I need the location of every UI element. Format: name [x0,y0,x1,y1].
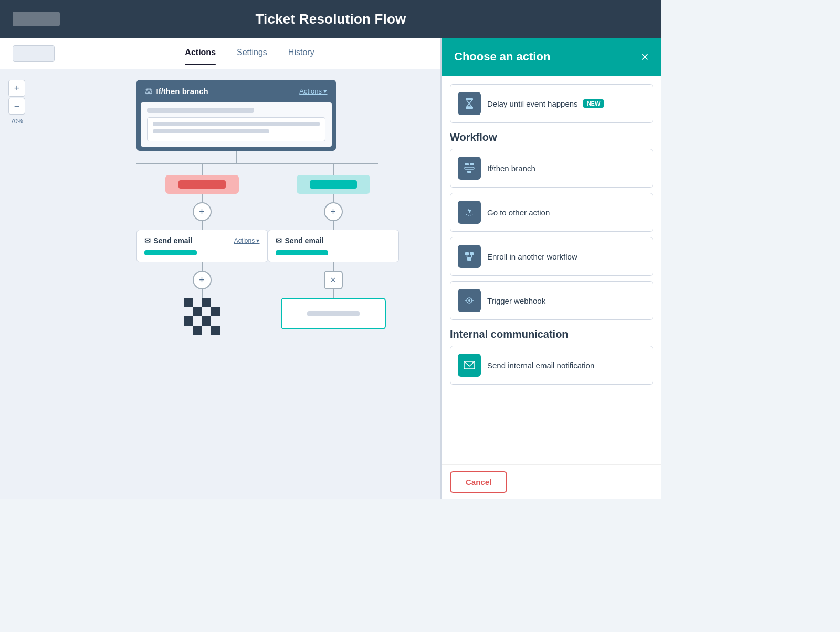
branch-col-right: + ✉ Send email [268,164,399,329]
branch-inner-line-1 [153,122,320,126]
right-panel: Choose an action × Delay until event hap… [441,38,662,499]
ifthen-action-item[interactable]: If/then branch [450,149,653,188]
input-node-bar [307,311,360,316]
left-panel: Actions Settings History + − 70% ⚖ [0,38,441,499]
internal-email-icon [463,359,476,371]
goto-icon [463,206,476,219]
branch-pair: + ✉ Send email Actions ▾ [116,164,357,335]
input-node[interactable] [281,298,386,329]
top-header: Ticket Resolution Flow [0,0,662,38]
branch-inner-line-2 [153,129,270,133]
branch-node-title: ⚖ If/then branch [145,86,208,96]
enroll-icon-box [458,245,481,268]
connector-left-v2 [202,194,203,202]
zoom-in-button[interactable]: + [8,80,25,97]
goto-action-item[interactable]: Go to other action [450,193,653,232]
zoom-label: 70% [10,118,23,125]
connector-left-v3 [202,221,203,230]
enroll-icon [463,250,476,263]
tab-actions[interactable]: Actions [185,48,216,59]
branch-line-group [147,117,326,141]
branch-node-body [141,102,332,147]
connector-right-v5 [333,289,334,298]
h-split-line [136,163,378,164]
connector-left-v4 [202,262,203,271]
new-badge: NEW [583,99,604,108]
goto-icon-box [458,201,481,224]
right-panel-header: Choose an action × [442,38,662,76]
send-email-actions-btn-left[interactable]: Actions ▾ [234,237,260,244]
enroll-action-label: Enroll in another workflow [487,252,578,261]
canvas-area: + − 70% ⚖ If/then branch Actions ▾ [0,69,440,499]
zoom-out-button[interactable]: − [8,98,25,115]
placeholder-button[interactable] [13,45,55,62]
connector-v1 [236,151,237,163]
cancel-node[interactable]: × [324,271,343,289]
email-bar-left [144,250,197,255]
zoom-controls: + − 70% [8,80,25,125]
delay-action-label: Delay until event happens [487,99,578,108]
svg-rect-6 [465,252,469,255]
send-email-node-right[interactable]: ✉ Send email [268,230,399,262]
connector-right-v3 [333,221,334,230]
tabs-group: Actions Settings History [185,48,314,59]
workflow-section-label: Workflow [450,131,653,143]
cancel-action-button[interactable]: Cancel [450,471,507,493]
goto-action-label: Go to other action [487,208,550,217]
svg-rect-13 [468,299,470,302]
internal-email-icon-box [458,354,481,377]
send-email-header-left: ✉ Send email Actions ▾ [144,236,260,245]
hourglass-icon [463,97,476,110]
workflow-canvas: ⚖ If/then branch Actions ▾ [32,69,440,499]
right-panel-footer: Cancel [442,464,662,499]
webhook-icon [463,294,476,307]
branch-line-1 [147,108,254,113]
internal-email-action-item[interactable]: Send internal email notification [450,346,653,385]
webhook-icon-box [458,289,481,312]
red-bar-node [165,175,239,194]
send-email-title-right: ✉ Send email [276,236,324,245]
branch-icon: ⚖ [145,86,152,96]
tabs-bar: Actions Settings History [0,38,440,69]
ifthen-action-label: If/then branch [487,164,536,173]
teal-bar-node [297,175,370,194]
webhook-action-label: Trigger webhook [487,296,545,305]
add-circle-left[interactable]: + [193,202,212,221]
main-layout: Actions Settings History + − 70% ⚖ [0,38,662,499]
add-circle-left-2[interactable]: + [193,271,212,289]
connector-right-v2 [333,194,334,202]
svg-rect-5 [467,171,471,173]
branch-node-header: ⚖ If/then branch Actions ▾ [136,80,336,102]
svg-rect-8 [467,257,471,261]
send-email-title-left: ✉ Send email [144,236,193,245]
enroll-action-item[interactable]: Enroll in another workflow [450,237,653,276]
envelope-icon-right: ✉ [276,236,282,245]
actions-list: Delay until event happens NEW Workflow I… [442,76,662,464]
envelope-icon-left: ✉ [144,236,151,245]
connector-left-v5 [202,289,203,298]
svg-rect-3 [465,163,469,165]
svg-rect-4 [470,163,474,165]
svg-rect-2 [465,167,474,169]
close-button[interactable]: × [641,50,649,64]
svg-rect-7 [470,252,474,255]
delay-icon-box [458,92,481,115]
connector-right-v4 [333,262,334,271]
webhook-action-item[interactable]: Trigger webhook [450,281,653,320]
branch-node[interactable]: ⚖ If/then branch Actions ▾ [136,80,336,151]
send-email-node-left[interactable]: ✉ Send email Actions ▾ [136,230,268,262]
checkerboard-icon [184,298,220,335]
email-bar-right [276,250,328,255]
svg-rect-0 [466,98,473,100]
add-circle-right[interactable]: + [324,202,343,221]
internal-section-label: Internal communication [450,328,653,340]
connector-right-v1 [333,164,334,175]
tab-settings[interactable]: Settings [237,48,267,59]
tab-history[interactable]: History [288,48,314,59]
delay-action-item[interactable]: Delay until event happens NEW [450,84,653,123]
teal-inner-bar [310,180,357,189]
red-inner-bar [178,180,226,189]
internal-email-action-label: Send internal email notification [487,361,594,370]
branch-actions-button[interactable]: Actions ▾ [299,87,327,95]
branch-col-left: + ✉ Send email Actions ▾ [136,164,268,335]
